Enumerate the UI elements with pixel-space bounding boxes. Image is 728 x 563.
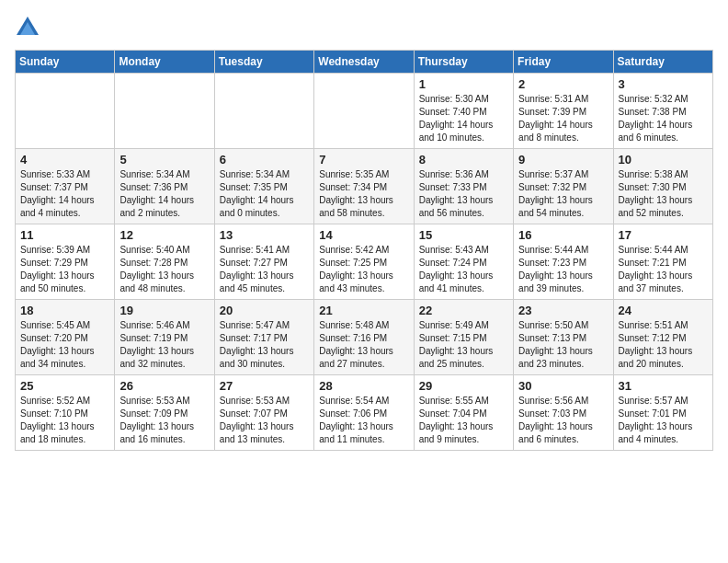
day-info: Sunrise: 5:45 AMSunset: 7:20 PMDaylight:… [20, 319, 109, 371]
day-info: Sunrise: 5:56 AMSunset: 7:03 PMDaylight:… [518, 395, 608, 446]
day-info: Sunrise: 5:30 AMSunset: 7:40 PMDaylight:… [419, 93, 508, 144]
day-number: 18 [20, 304, 109, 317]
calendar-day-1: 1Sunrise: 5:30 AMSunset: 7:40 PMDaylight… [414, 74, 513, 149]
calendar-day-18: 18Sunrise: 5:45 AMSunset: 7:20 PMDayligh… [16, 300, 115, 375]
calendar-day-15: 15Sunrise: 5:43 AMSunset: 7:24 PMDayligh… [414, 224, 513, 300]
day-info: Sunrise: 5:34 AMSunset: 7:35 PMDaylight:… [220, 168, 309, 220]
calendar-day-21: 21Sunrise: 5:48 AMSunset: 7:16 PMDayligh… [314, 300, 414, 375]
calendar-day-24: 24Sunrise: 5:51 AMSunset: 7:12 PMDayligh… [613, 300, 712, 375]
day-number: 4 [20, 153, 109, 167]
day-info: Sunrise: 5:40 AMSunset: 7:28 PMDaylight:… [119, 244, 209, 295]
day-number: 15 [419, 228, 508, 242]
calendar-week-row: 4Sunrise: 5:33 AMSunset: 7:37 PMDaylight… [16, 149, 713, 224]
day-number: 6 [220, 153, 309, 167]
day-info: Sunrise: 5:35 AMSunset: 7:34 PMDaylight:… [319, 168, 408, 220]
calendar-day-3: 3Sunrise: 5:32 AMSunset: 7:38 PMDaylight… [613, 74, 712, 149]
calendar-day-20: 20Sunrise: 5:47 AMSunset: 7:17 PMDayligh… [214, 300, 313, 375]
calendar-table: SundayMondayTuesdayWednesdayThursdayFrid… [15, 50, 713, 451]
calendar-header-row: SundayMondayTuesdayWednesdayThursdayFrid… [16, 51, 713, 74]
calendar-day-2: 2Sunrise: 5:31 AMSunset: 7:39 PMDaylight… [514, 74, 613, 149]
day-info: Sunrise: 5:48 AMSunset: 7:16 PMDaylight:… [319, 319, 408, 371]
calendar-empty-cell [115, 74, 214, 149]
calendar-week-row: 18Sunrise: 5:45 AMSunset: 7:20 PMDayligh… [16, 300, 713, 375]
day-info: Sunrise: 5:34 AMSunset: 7:36 PMDaylight:… [119, 168, 209, 220]
day-number: 9 [518, 153, 608, 167]
day-info: Sunrise: 5:37 AMSunset: 7:32 PMDaylight:… [518, 168, 608, 220]
calendar-day-28: 28Sunrise: 5:54 AMSunset: 7:06 PMDayligh… [314, 375, 414, 451]
day-header-wednesday: Wednesday [314, 51, 414, 74]
day-info: Sunrise: 5:53 AMSunset: 7:07 PMDaylight:… [220, 395, 309, 446]
day-info: Sunrise: 5:42 AMSunset: 7:25 PMDaylight:… [319, 244, 408, 295]
calendar-day-30: 30Sunrise: 5:56 AMSunset: 7:03 PMDayligh… [514, 375, 613, 451]
day-number: 21 [319, 304, 408, 317]
day-number: 12 [119, 228, 209, 242]
day-number: 27 [220, 379, 309, 393]
day-header-sunday: Sunday [16, 51, 115, 74]
day-header-saturday: Saturday [613, 51, 712, 74]
calendar-day-7: 7Sunrise: 5:35 AMSunset: 7:34 PMDaylight… [314, 149, 414, 224]
day-number: 23 [518, 304, 608, 317]
day-info: Sunrise: 5:41 AMSunset: 7:27 PMDaylight:… [220, 244, 309, 295]
calendar-week-row: 1Sunrise: 5:30 AMSunset: 7:40 PMDaylight… [16, 74, 713, 149]
day-number: 20 [220, 304, 309, 317]
page-header [15, 15, 713, 40]
day-number: 26 [119, 379, 209, 393]
calendar-day-10: 10Sunrise: 5:38 AMSunset: 7:30 PMDayligh… [613, 149, 712, 224]
day-info: Sunrise: 5:49 AMSunset: 7:15 PMDaylight:… [419, 319, 508, 371]
day-info: Sunrise: 5:54 AMSunset: 7:06 PMDaylight:… [319, 395, 408, 446]
calendar-empty-cell [16, 74, 115, 149]
logo-icon [15, 15, 40, 40]
day-info: Sunrise: 5:31 AMSunset: 7:39 PMDaylight:… [518, 93, 608, 144]
day-info: Sunrise: 5:39 AMSunset: 7:29 PMDaylight:… [20, 244, 109, 295]
calendar-empty-cell [314, 74, 414, 149]
day-info: Sunrise: 5:33 AMSunset: 7:37 PMDaylight:… [20, 168, 109, 220]
day-header-thursday: Thursday [414, 51, 513, 74]
day-info: Sunrise: 5:57 AMSunset: 7:01 PMDaylight:… [619, 395, 708, 446]
calendar-day-23: 23Sunrise: 5:50 AMSunset: 7:13 PMDayligh… [514, 300, 613, 375]
logo [15, 15, 44, 40]
day-info: Sunrise: 5:43 AMSunset: 7:24 PMDaylight:… [419, 244, 508, 295]
day-number: 5 [119, 153, 209, 167]
day-number: 8 [419, 153, 508, 167]
calendar-day-31: 31Sunrise: 5:57 AMSunset: 7:01 PMDayligh… [613, 375, 712, 451]
day-info: Sunrise: 5:52 AMSunset: 7:10 PMDaylight:… [20, 395, 109, 446]
calendar-day-6: 6Sunrise: 5:34 AMSunset: 7:35 PMDaylight… [214, 149, 313, 224]
day-info: Sunrise: 5:53 AMSunset: 7:09 PMDaylight:… [119, 395, 209, 446]
calendar-day-4: 4Sunrise: 5:33 AMSunset: 7:37 PMDaylight… [16, 149, 115, 224]
day-info: Sunrise: 5:38 AMSunset: 7:30 PMDaylight:… [619, 168, 708, 220]
calendar-empty-cell [214, 74, 313, 149]
day-info: Sunrise: 5:50 AMSunset: 7:13 PMDaylight:… [518, 319, 608, 371]
day-number: 17 [619, 228, 708, 242]
day-info: Sunrise: 5:55 AMSunset: 7:04 PMDaylight:… [419, 395, 508, 446]
day-number: 16 [518, 228, 608, 242]
day-number: 11 [20, 228, 109, 242]
calendar-day-16: 16Sunrise: 5:44 AMSunset: 7:23 PMDayligh… [514, 224, 613, 300]
day-number: 2 [518, 77, 608, 91]
day-header-tuesday: Tuesday [214, 51, 313, 74]
calendar-day-8: 8Sunrise: 5:36 AMSunset: 7:33 PMDaylight… [414, 149, 513, 224]
day-number: 1 [419, 77, 508, 91]
day-info: Sunrise: 5:44 AMSunset: 7:21 PMDaylight:… [619, 244, 708, 295]
day-number: 3 [619, 77, 708, 91]
calendar-day-27: 27Sunrise: 5:53 AMSunset: 7:07 PMDayligh… [214, 375, 313, 451]
day-number: 24 [619, 304, 708, 317]
day-info: Sunrise: 5:47 AMSunset: 7:17 PMDaylight:… [220, 319, 309, 371]
calendar-day-25: 25Sunrise: 5:52 AMSunset: 7:10 PMDayligh… [16, 375, 115, 451]
day-info: Sunrise: 5:46 AMSunset: 7:19 PMDaylight:… [119, 319, 209, 371]
day-number: 19 [119, 304, 209, 317]
day-number: 13 [220, 228, 309, 242]
day-number: 7 [319, 153, 408, 167]
day-number: 22 [419, 304, 508, 317]
day-info: Sunrise: 5:44 AMSunset: 7:23 PMDaylight:… [518, 244, 608, 295]
day-header-friday: Friday [514, 51, 613, 74]
day-number: 14 [319, 228, 408, 242]
day-info: Sunrise: 5:36 AMSunset: 7:33 PMDaylight:… [419, 168, 508, 220]
calendar-day-9: 9Sunrise: 5:37 AMSunset: 7:32 PMDaylight… [514, 149, 613, 224]
calendar-day-5: 5Sunrise: 5:34 AMSunset: 7:36 PMDaylight… [115, 149, 214, 224]
day-info: Sunrise: 5:51 AMSunset: 7:12 PMDaylight:… [619, 319, 708, 371]
day-header-monday: Monday [115, 51, 214, 74]
calendar-day-19: 19Sunrise: 5:46 AMSunset: 7:19 PMDayligh… [115, 300, 214, 375]
calendar-day-17: 17Sunrise: 5:44 AMSunset: 7:21 PMDayligh… [613, 224, 712, 300]
day-number: 28 [319, 379, 408, 393]
day-number: 30 [518, 379, 608, 393]
